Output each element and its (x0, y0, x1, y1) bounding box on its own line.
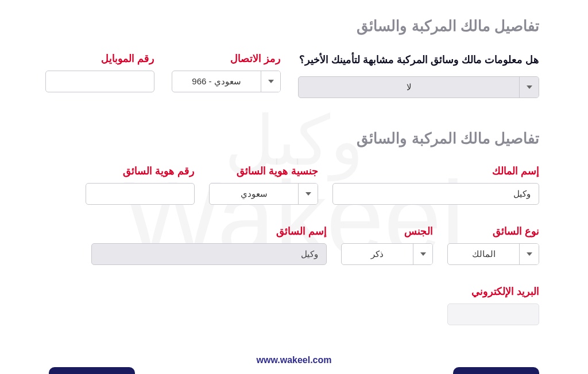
driver-type-value: المالك (448, 244, 519, 264)
chevron-down-icon (519, 244, 539, 264)
driver-type-select[interactable]: المالك (447, 243, 539, 265)
dial-code-select[interactable]: سعودي - 966 (172, 71, 281, 92)
section2-title: تفاصيل مالك المركبة والسائق (49, 130, 539, 147)
gender-label: الجنس (341, 225, 433, 237)
similar-info-value: لا (299, 77, 519, 98)
chevron-down-icon (261, 71, 280, 92)
email-label: البريد الإلكتروني (447, 285, 539, 298)
bottom-right-button[interactable] (453, 367, 539, 374)
email-input[interactable] (447, 303, 539, 325)
dial-code-value: سعودي - 966 (172, 71, 261, 92)
driver-type-label: نوع السائق (447, 225, 539, 237)
dial-code-label: رمز الاتصال (172, 52, 281, 65)
driver-nationality-select[interactable]: سعودي (209, 183, 318, 205)
gender-value: ذكر (342, 244, 413, 264)
chevron-down-icon (519, 77, 539, 98)
driver-id-input[interactable] (86, 183, 195, 205)
driver-nationality-label: جنسية هوية السائق (209, 165, 318, 177)
driver-name-label: إسم السائق (91, 225, 327, 237)
bottom-left-button[interactable] (49, 367, 135, 374)
chevron-down-icon (298, 184, 318, 204)
driver-name-input (91, 243, 327, 265)
similar-info-question: هل معلومات مالك وسائق المركبة مشابهة لتأ… (298, 52, 539, 68)
chevron-down-icon (413, 244, 432, 264)
footer-url: www.wakeel.com (256, 355, 331, 365)
gender-select[interactable]: ذكر (341, 243, 433, 265)
driver-id-label: رقم هوية السائق (86, 165, 195, 177)
mobile-input[interactable] (45, 71, 154, 92)
similar-info-select[interactable]: لا (298, 76, 539, 98)
mobile-label: رقم الموبايل (45, 52, 154, 65)
owner-name-input[interactable] (332, 183, 539, 205)
driver-nationality-value: سعودي (210, 184, 298, 204)
section1-title: تفاصيل مالك المركبة والسائق (49, 17, 539, 35)
owner-name-label: إسم المالك (332, 165, 539, 177)
